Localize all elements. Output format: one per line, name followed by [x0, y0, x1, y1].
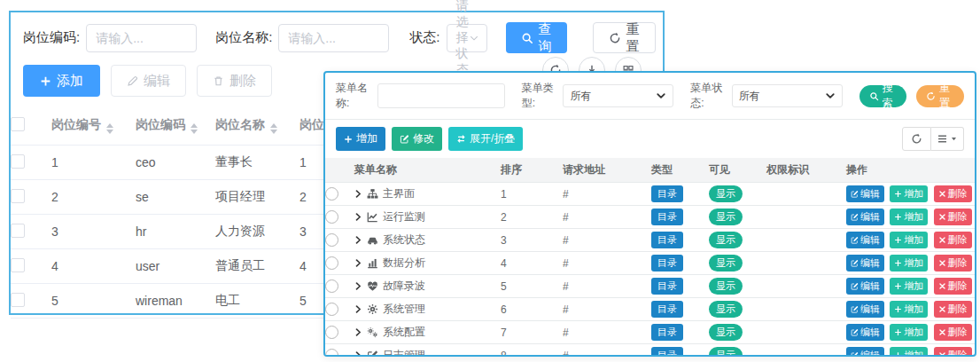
- menu-name: 数据分析: [383, 256, 425, 271]
- type-badge: 目录: [651, 185, 683, 202]
- row-add-button[interactable]: 增加: [890, 255, 928, 272]
- refresh-icon[interactable]: [902, 127, 931, 151]
- row-radio[interactable]: [325, 303, 338, 316]
- menu-table-row[interactable]: 系统管理 6 # 目录 显示 编辑 增加 删除: [325, 298, 975, 321]
- modify-menu-button[interactable]: 修改: [392, 127, 442, 151]
- chevron-down-icon: [825, 90, 836, 101]
- sort-icon[interactable]: [270, 123, 277, 134]
- row-add-button[interactable]: 增加: [890, 185, 928, 202]
- row-edit-button[interactable]: 编辑: [846, 209, 884, 225]
- menu-table-row[interactable]: 数据分析 4 # 目录 显示 编辑 增加 删除: [325, 252, 975, 275]
- edit-icon: [367, 350, 378, 357]
- column-header-post-id[interactable]: 岗位编号: [51, 106, 136, 146]
- post-status-placeholder: 请选择状态: [456, 0, 469, 78]
- sort-icon[interactable]: [106, 123, 113, 134]
- column-header-post-code[interactable]: 岗位编码: [136, 106, 215, 146]
- post-status-select[interactable]: 请选择状态: [447, 24, 487, 52]
- cell-perm: [766, 344, 846, 358]
- row-add-button[interactable]: 增加: [890, 209, 928, 225]
- chevron-right-icon[interactable]: [354, 328, 362, 336]
- query-button[interactable]: 查询: [506, 22, 567, 53]
- chevron-right-icon[interactable]: [354, 351, 362, 357]
- row-edit-button[interactable]: 编辑: [846, 255, 884, 272]
- row-delete-button[interactable]: 删除: [934, 324, 972, 341]
- menu-status-select[interactable]: 所有: [732, 84, 843, 107]
- menu-type-value: 所有: [570, 89, 591, 104]
- chevron-right-icon[interactable]: [354, 190, 362, 198]
- edit-icon: [851, 259, 859, 267]
- exchange-icon: [456, 134, 466, 144]
- chevron-right-icon[interactable]: [354, 236, 362, 244]
- row-delete-button[interactable]: 删除: [934, 347, 972, 357]
- row-radio[interactable]: [325, 233, 338, 247]
- menu-search-bar: 菜单名称: 菜单类型: 所有 菜单状态: 所有 搜索 重置: [325, 73, 975, 120]
- row-edit-button[interactable]: 编辑: [846, 232, 884, 248]
- row-edit-button[interactable]: 编辑: [846, 324, 884, 341]
- reset-button[interactable]: 重置: [916, 85, 964, 107]
- row-add-button[interactable]: 增加: [890, 278, 928, 295]
- row-edit-button[interactable]: 编辑: [846, 185, 884, 202]
- chevron-right-icon[interactable]: [354, 282, 362, 290]
- column-header-post-name[interactable]: 岗位名称: [215, 106, 299, 146]
- cell-post-code: user: [136, 249, 215, 284]
- expand-collapse-button[interactable]: 展开/折叠: [448, 127, 523, 151]
- row-checkbox[interactable]: [11, 293, 25, 307]
- row-edit-button[interactable]: 编辑: [846, 278, 884, 295]
- edit-post-button[interactable]: 编辑: [111, 65, 186, 97]
- menu-table-row[interactable]: 日志管理 8 # 目录 显示 编辑 增加 删除: [325, 344, 975, 358]
- menu-name-input[interactable]: [377, 83, 505, 108]
- menu-table-row[interactable]: 主界面 1 # 目录 显示 编辑 增加 删除: [325, 183, 975, 206]
- chevron-right-icon[interactable]: [354, 213, 362, 221]
- row-delete-button[interactable]: 删除: [934, 209, 972, 225]
- cell-post-id: 2: [51, 180, 136, 215]
- row-delete-button[interactable]: 删除: [934, 255, 972, 272]
- reset-button[interactable]: 重置: [593, 22, 656, 53]
- menu-table-row[interactable]: 系统配置 7 # 目录 显示 编辑 增加 删除: [325, 321, 975, 344]
- row-checkbox[interactable]: [11, 224, 25, 238]
- row-checkbox[interactable]: [11, 189, 25, 203]
- row-checkbox[interactable]: [11, 258, 25, 272]
- columns-dropdown-icon[interactable]: [931, 127, 964, 151]
- post-name-input[interactable]: [278, 24, 389, 52]
- refresh-icon: [926, 91, 936, 101]
- cell-url: #: [563, 183, 651, 206]
- add-menu-button[interactable]: 增加: [336, 127, 385, 151]
- chevron-down-icon: [469, 33, 479, 43]
- menu-table-row[interactable]: 故障录波 5 # 目录 显示 编辑 增加 删除: [325, 275, 975, 298]
- row-radio[interactable]: [325, 279, 338, 293]
- row-delete-button[interactable]: 删除: [934, 185, 972, 202]
- cell-order: 6: [501, 298, 563, 321]
- menu-table-row[interactable]: 系统状态 3 # 目录 显示 编辑 增加 删除: [325, 229, 975, 252]
- line-chart-icon: [367, 211, 378, 223]
- row-radio[interactable]: [325, 326, 338, 339]
- heartbeat-icon: [367, 280, 378, 292]
- menu-table-row[interactable]: 运行监测 2 # 目录 显示 编辑 增加 删除: [325, 206, 975, 229]
- select-all-checkbox[interactable]: [11, 117, 25, 131]
- menu-type-label: 菜单类型:: [522, 81, 559, 111]
- chevron-right-icon[interactable]: [354, 305, 362, 313]
- row-delete-button[interactable]: 删除: [934, 232, 972, 248]
- row-add-button[interactable]: 增加: [890, 232, 928, 248]
- row-radio[interactable]: [325, 349, 338, 357]
- row-radio[interactable]: [325, 187, 338, 201]
- post-code-input[interactable]: [86, 24, 197, 52]
- row-add-button[interactable]: 增加: [890, 301, 928, 318]
- sort-icon[interactable]: [191, 123, 198, 134]
- delete-post-button[interactable]: 删除: [197, 65, 272, 97]
- row-add-button[interactable]: 增加: [890, 324, 928, 341]
- add-post-button[interactable]: 添加: [23, 65, 100, 97]
- cell-post-id: 5: [51, 284, 136, 319]
- menu-name: 系统管理: [383, 302, 425, 317]
- search-button[interactable]: 搜索: [859, 85, 907, 107]
- row-radio[interactable]: [325, 256, 338, 270]
- chevron-right-icon[interactable]: [354, 259, 362, 267]
- row-checkbox[interactable]: [11, 154, 25, 169]
- menu-type-select[interactable]: 所有: [563, 84, 673, 107]
- row-delete-button[interactable]: 删除: [934, 278, 972, 295]
- row-edit-button[interactable]: 编辑: [846, 301, 884, 318]
- row-add-button[interactable]: 增加: [890, 347, 928, 357]
- row-delete-button[interactable]: 删除: [934, 301, 972, 318]
- cell-order: 2: [501, 206, 563, 229]
- row-edit-button[interactable]: 编辑: [846, 347, 884, 357]
- row-radio[interactable]: [325, 210, 338, 224]
